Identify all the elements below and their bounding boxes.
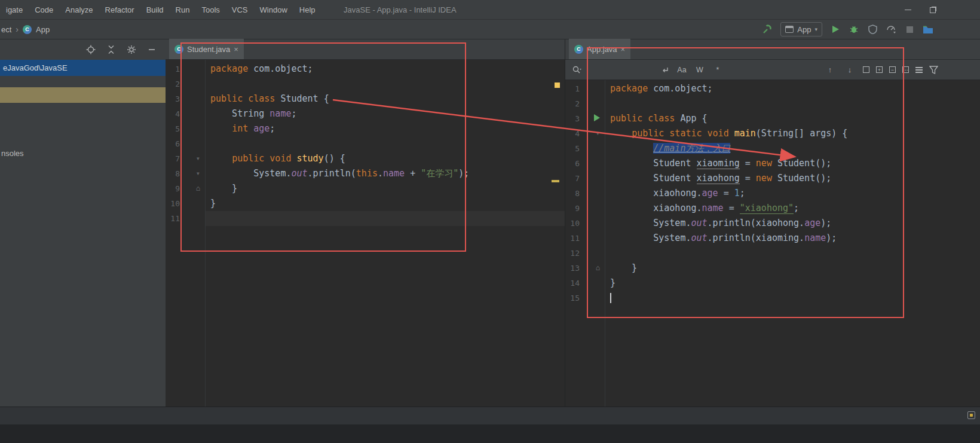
close-tab-icon[interactable]: × [621, 45, 626, 53]
code-text[interactable]: System.out.println(this.name + "在学习"); [205, 166, 565, 181]
search-options-button[interactable] [915, 67, 923, 73]
next-occurrence-button[interactable]: ↓ [843, 63, 856, 77]
code-line-2[interactable]: 2 [565, 96, 980, 111]
code-line-1[interactable]: 1package com.object; [565, 81, 980, 96]
selection-options-button[interactable]: ⋯ [902, 66, 909, 73]
maximize-button[interactable] [920, 0, 945, 20]
debug-button[interactable] [849, 24, 859, 35]
stop-button[interactable] [904, 24, 915, 35]
code-text[interactable]: } [605, 261, 980, 276]
fold-open-icon[interactable]: ▾ [180, 151, 205, 166]
code-text[interactable]: } [205, 181, 565, 196]
filter-results-button[interactable] [929, 66, 938, 74]
menu-code[interactable]: Code [29, 0, 59, 20]
code-line-8[interactable]: 8▾ System.out.println(this.name + "在学习")… [166, 166, 565, 181]
regex-toggle[interactable]: * [710, 65, 725, 75]
code-line-5[interactable]: 5 //main方法，入口 [565, 141, 980, 156]
menu-igate[interactable]: igate [0, 0, 29, 20]
add-selection-button[interactable]: + [876, 66, 883, 73]
code-line-1[interactable]: 1package com.object; [166, 62, 565, 77]
code-text[interactable] [205, 77, 565, 91]
code-line-14[interactable]: 14} [565, 276, 980, 291]
code-line-10[interactable]: 10} [166, 196, 565, 211]
code-text[interactable] [605, 291, 980, 305]
event-log-icon[interactable] [967, 411, 975, 419]
project-structure-button[interactable] [923, 24, 933, 35]
select-all-occurrences-button[interactable] [863, 66, 869, 73]
code-line-6[interactable]: 6 [166, 136, 565, 151]
remove-selection-button[interactable]: − [889, 66, 896, 73]
menu-window[interactable]: Window [254, 0, 293, 20]
code-line-11[interactable]: 11 [166, 211, 565, 226]
breadcrumb-project[interactable]: ect [1, 25, 11, 34]
code-line-10[interactable]: 10 System.out.println(xiaohong.age); [565, 216, 980, 231]
code-text[interactable]: xiaohong.age = 1; [605, 186, 980, 201]
code-line-11[interactable]: 11 System.out.println(xiaoming.name); [565, 231, 980, 246]
code-line-9[interactable]: 9⌂ } [166, 181, 565, 196]
fold-close-icon[interactable]: ⌂ [180, 181, 205, 196]
menu-refactor[interactable]: Refactor [99, 0, 140, 20]
match-case-toggle[interactable]: Aa [674, 65, 690, 75]
project-tree-highlight-row[interactable] [0, 87, 166, 103]
code-line-7[interactable]: 7▾ public void study() { [166, 151, 565, 166]
menu-tools[interactable]: Tools [195, 0, 225, 20]
search-icon[interactable] [570, 63, 583, 77]
minimize-button[interactable] [895, 0, 920, 20]
menu-run[interactable]: Run [170, 0, 196, 20]
code-line-4[interactable]: 4 String name; [166, 106, 565, 121]
run-with-coverage-button[interactable] [867, 24, 878, 35]
code-text[interactable]: package com.object; [205, 62, 565, 77]
code-text[interactable] [205, 211, 565, 226]
code-text[interactable]: public static void main(String[] args) { [605, 126, 980, 141]
code-text[interactable]: xiaohong.name = "xiaohong"; [605, 201, 980, 216]
code-text[interactable]: public class App { [605, 111, 980, 126]
code-line-2[interactable]: 2 [166, 77, 565, 91]
code-text[interactable] [605, 246, 980, 261]
code-line-13[interactable]: 13⌂ } [565, 261, 980, 276]
project-tree-selected-item[interactable]: eJavaGod\JavaSE [0, 60, 166, 76]
words-toggle[interactable]: W [692, 65, 708, 75]
code-line-7[interactable]: 7 Student xiaohong = new Student(); [565, 171, 980, 186]
code-text[interactable]: int age; [205, 121, 565, 136]
prev-occurrence-button[interactable]: ↑ [823, 63, 837, 77]
multiline-search-icon[interactable] [659, 63, 672, 77]
code-text[interactable]: package com.object; [605, 81, 980, 96]
editor-splitter[interactable] [565, 39, 565, 407]
code-text[interactable]: } [205, 196, 565, 211]
fold-open-icon[interactable]: ▾ [180, 166, 205, 181]
locate-file-button[interactable] [86, 45, 96, 54]
run-gutter-icon[interactable] [580, 111, 605, 126]
menu-vcs[interactable]: VCS [226, 0, 254, 20]
code-text[interactable] [205, 136, 565, 151]
code-text[interactable]: String name; [205, 106, 565, 121]
search-input[interactable] [586, 63, 656, 77]
fold-close-icon[interactable]: ⌂ [580, 261, 605, 276]
panel-settings-button[interactable] [127, 45, 136, 54]
code-text[interactable]: //main方法，入口 [605, 141, 980, 156]
run-button[interactable] [830, 24, 841, 35]
menu-analyze[interactable]: Analyze [59, 0, 99, 20]
consoles-label[interactable]: nsoles [1, 149, 24, 158]
hide-panel-button[interactable] [147, 45, 157, 54]
code-text[interactable]: public class Student { [205, 91, 565, 106]
code-text[interactable]: System.out.println(xiaoming.name); [605, 231, 980, 246]
build-project-button[interactable] [762, 24, 773, 35]
profiler-button[interactable] [886, 24, 896, 35]
menu-build[interactable]: Build [140, 0, 170, 20]
code-line-3[interactable]: 3public class Student { [166, 91, 565, 106]
close-tab-icon[interactable]: × [234, 45, 238, 53]
code-line-6[interactable]: 6 Student xiaoming = new Student(); [565, 156, 980, 171]
collapse-all-button[interactable] [106, 45, 116, 54]
warning-line-marker[interactable] [552, 180, 559, 182]
code-line-9[interactable]: 9 xiaohong.name = "xiaohong"; [565, 201, 980, 216]
code-text[interactable]: public void study() { [205, 151, 565, 166]
code-line-15[interactable]: 15 [565, 291, 980, 305]
code-text[interactable]: } [605, 276, 980, 291]
fold-open-icon[interactable]: ▾ [580, 126, 605, 141]
code-text[interactable]: System.out.println(xiaohong.age); [605, 216, 980, 231]
warning-stripe-marker[interactable] [555, 83, 560, 88]
code-line-4[interactable]: 4▾ public static void main(String[] args… [565, 126, 980, 141]
breadcrumb-app[interactable]: App [36, 25, 50, 34]
code-line-12[interactable]: 12 [565, 246, 980, 261]
code-text[interactable]: Student xiaoming = new Student(); [605, 156, 980, 171]
